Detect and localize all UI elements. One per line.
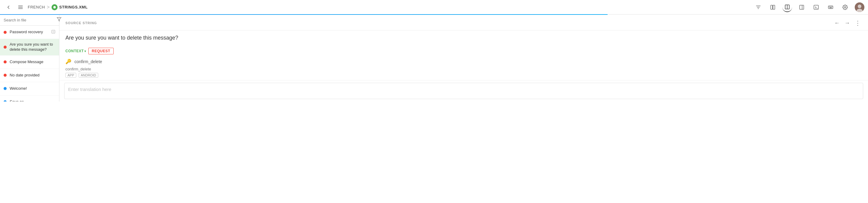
back-button[interactable] [4,2,13,12]
svg-point-3 [53,6,56,8]
request-tab-label: REQUEST [92,49,110,53]
sort-button[interactable] [753,2,763,12]
item-label: Welcome! [10,86,56,91]
terminal-button[interactable] [811,2,821,12]
tag-android: ANDROID [79,73,98,78]
sidebar-item[interactable]: Password recovery [0,26,59,39]
source-text: Are you sure you want to delete this mes… [59,30,868,45]
svg-rect-26 [52,30,55,33]
item-label: Save as... [10,99,56,101]
svg-rect-7 [771,5,772,9]
sidebar-search-bar [0,15,59,26]
context-tab[interactable]: CONTEXT ▾ [65,49,86,53]
request-tab[interactable]: REQUEST [88,48,114,54]
svg-rect-11 [800,5,804,9]
context-bar: CONTEXT ▾ REQUEST [59,45,868,57]
status-dot-red [4,46,7,49]
file-status-dot [52,4,58,10]
key-value: confirm_delete [74,59,102,64]
settings-button[interactable] [840,2,850,12]
status-dot-blue [4,87,7,90]
status-dot-red [4,74,7,77]
layout-right-button[interactable] [797,2,807,12]
more-options-button[interactable]: ⋮ [854,18,862,28]
sidebar-item[interactable]: Compose Message [0,56,59,69]
svg-rect-8 [773,5,775,9]
status-dot-red [4,60,7,64]
status-dot-red [4,31,7,34]
svg-point-21 [844,6,846,8]
svg-point-23 [858,4,861,8]
item-icon [51,30,56,35]
topbar: FRENCH > STRINGS.XML [0,0,868,15]
topbar-right [753,2,864,12]
key-icon: 🔑 [65,59,71,64]
search-input[interactable] [4,18,54,22]
menu-button[interactable] [16,2,25,12]
topbar-left: FRENCH > STRINGS.XML [4,2,751,12]
divider [59,80,868,80]
sidebar-item[interactable]: No date provided [0,69,59,82]
item-label: Compose Message [10,59,56,65]
progress-bar [0,14,608,15]
key-info: confirm_delete APP ANDROID [59,66,868,80]
layout-center-button[interactable] [782,2,792,12]
translation-input[interactable]: Enter translation here [64,83,863,99]
tag-app: APP [65,73,76,78]
key-row: 🔑 confirm_delete [59,57,868,66]
svg-rect-15 [829,6,833,8]
layout-split-button[interactable] [768,2,778,12]
status-dot-blue [4,100,7,101]
sidebar-item-active[interactable]: Are you sure you want to delete this mes… [0,39,59,56]
nav-back-button[interactable]: ← [833,19,841,27]
avatar[interactable] [855,2,864,12]
item-label: No date provided [10,73,56,78]
source-string-label: SOURCE STRING [65,21,97,25]
project-name: FRENCH [28,5,45,9]
content-header: SOURCE STRING ← → ⋮ [59,15,868,30]
content-area: SOURCE STRING ← → ⋮ Are you sure you wan… [59,15,868,101]
nav-forward-button[interactable]: → [843,19,851,27]
sidebar-item[interactable]: Welcome! [0,82,59,96]
breadcrumb-separator: > [47,4,50,10]
sidebar: Password recovery Are you sure you want … [0,15,59,101]
item-label: Password recovery [10,30,48,35]
key-name: confirm_delete [65,67,862,71]
sidebar-item[interactable]: Save as... [0,96,59,101]
sidebar-list: Password recovery Are you sure you want … [0,26,59,101]
header-actions: ← → ⋮ [833,18,862,28]
file-name: STRINGS.XML [59,5,88,9]
translation-placeholder: Enter translation here [68,87,111,92]
chevron-down-icon: ▾ [84,50,86,53]
breadcrumb: FRENCH > STRINGS.XML [28,4,88,10]
item-label: Are you sure you want to delete this mes… [10,42,56,52]
main-layout: Password recovery Are you sure you want … [0,15,868,101]
keyboard-button[interactable] [826,2,835,12]
context-tab-label: CONTEXT [65,49,84,53]
